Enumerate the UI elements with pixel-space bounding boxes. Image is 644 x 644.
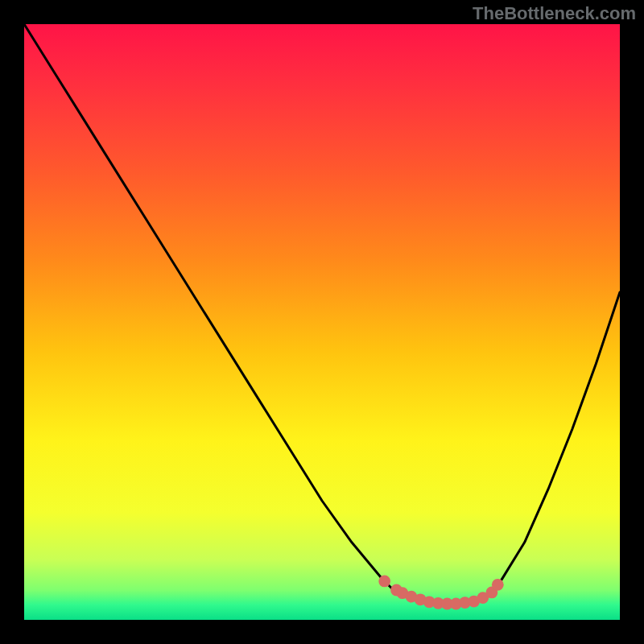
highlight-point (492, 579, 504, 591)
watermark-text: TheBottleneck.com (473, 3, 636, 24)
highlight-point (378, 576, 390, 588)
plot-area (24, 24, 620, 620)
chart-frame: TheBottleneck.com (0, 0, 644, 644)
bottleneck-chart (24, 24, 620, 620)
